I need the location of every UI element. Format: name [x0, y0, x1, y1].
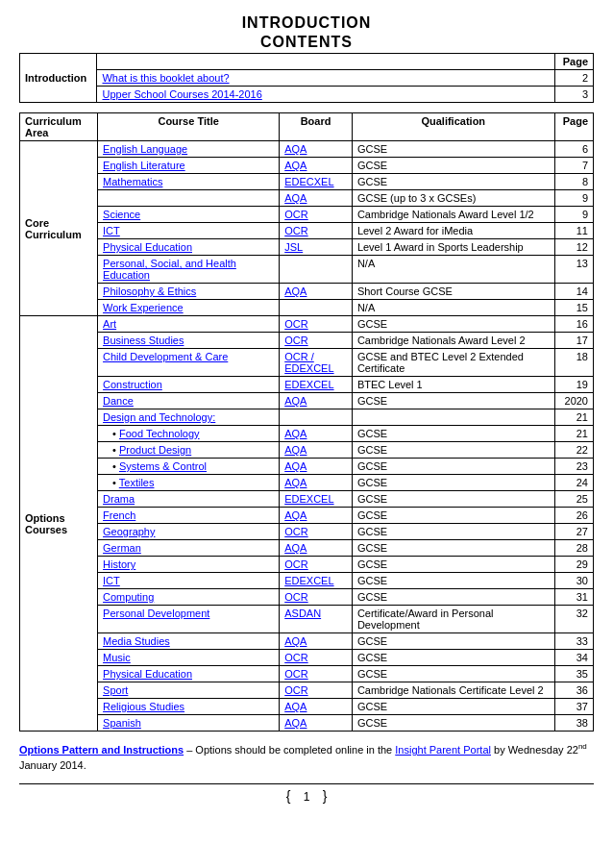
core-qual-1: GCSE: [352, 158, 554, 174]
options-qual-6: GCSE: [352, 426, 554, 442]
core-qual-9: N/A: [352, 300, 554, 316]
options-title-14[interactable]: History: [98, 557, 280, 573]
header-page: Page: [554, 113, 593, 141]
options-row-22: Religious Studies AQA GCSE 37: [20, 699, 594, 715]
options-board-8[interactable]: AQA: [280, 459, 353, 475]
core-board-8[interactable]: AQA: [280, 284, 353, 300]
options-page-22: 37: [554, 699, 593, 715]
options-row-0: Options Courses Art OCR GCSE 16: [20, 316, 594, 333]
core-board-4[interactable]: OCR: [280, 207, 353, 223]
footer-note: Options Pattern and Instructions – Optio…: [19, 741, 594, 774]
options-row-7: • Product Design AQA GCSE 22: [20, 442, 594, 459]
options-pattern-link[interactable]: Options Pattern and Instructions: [19, 744, 184, 756]
options-title-11[interactable]: French: [98, 508, 280, 524]
intro-link1[interactable]: What is this booklet about?: [102, 72, 229, 84]
options-title-21[interactable]: Sport: [98, 682, 280, 699]
options-board-23[interactable]: AQA: [280, 715, 353, 732]
core-title-6[interactable]: Physical Education: [98, 239, 280, 256]
options-title-0[interactable]: Art: [98, 316, 280, 333]
intro-link2[interactable]: Upper School Courses 2014-2016: [102, 88, 261, 100]
options-title-12[interactable]: Geography: [98, 524, 280, 540]
options-board-16[interactable]: OCR: [280, 589, 353, 606]
options-board-18[interactable]: AQA: [280, 633, 353, 650]
options-board-15[interactable]: EDEXCEL: [280, 573, 353, 589]
options-title-5[interactable]: Design and Technology:: [98, 409, 280, 426]
core-qual-0: GCSE: [352, 141, 554, 158]
options-title-18[interactable]: Media Studies: [98, 633, 280, 650]
core-board-1[interactable]: AQA: [280, 158, 353, 174]
options-title-17[interactable]: Personal Development: [98, 606, 280, 633]
options-title-7[interactable]: • Product Design: [98, 442, 280, 459]
options-title-23[interactable]: Spanish: [98, 715, 280, 732]
options-qual-22: GCSE: [352, 699, 554, 715]
core-page-0: 6: [554, 141, 593, 158]
brace-right: }: [323, 788, 328, 804]
options-board-11[interactable]: AQA: [280, 508, 353, 524]
core-qual-6: Level 1 Award in Sports Leadership: [352, 239, 554, 256]
options-board-21[interactable]: OCR: [280, 682, 353, 699]
header-qualification: Qualification: [352, 113, 554, 141]
options-board-13[interactable]: AQA: [280, 540, 353, 557]
options-row-9: • Textiles AQA GCSE 24: [20, 475, 594, 491]
core-board-5[interactable]: OCR: [280, 223, 353, 239]
options-board-14[interactable]: OCR: [280, 557, 353, 573]
intro-row2-text[interactable]: Upper School Courses 2014-2016: [97, 87, 555, 103]
core-qual-4: Cambridge Nationals Award Level 1/2: [352, 207, 554, 223]
options-title-2[interactable]: Child Development & Care: [98, 349, 280, 377]
options-title-13[interactable]: German: [98, 540, 280, 557]
options-board-9[interactable]: AQA: [280, 475, 353, 491]
options-title-20[interactable]: Physical Education: [98, 666, 280, 682]
options-qual-16: GCSE: [352, 589, 554, 606]
core-page-3: 9: [554, 190, 593, 207]
core-qual-2: GCSE: [352, 174, 554, 190]
options-board-10[interactable]: EDEXCEL: [280, 491, 353, 508]
options-title-22[interactable]: Religious Studies: [98, 699, 280, 715]
options-title-19[interactable]: Music: [98, 650, 280, 666]
options-board-4[interactable]: AQA: [280, 393, 353, 409]
header-board: Board: [280, 113, 353, 141]
options-board-7[interactable]: AQA: [280, 442, 353, 459]
options-board-6[interactable]: AQA: [280, 426, 353, 442]
core-board-0[interactable]: AQA: [280, 141, 353, 158]
options-page-7: 22: [554, 442, 593, 459]
options-title-10[interactable]: Drama: [98, 491, 280, 508]
options-board-17[interactable]: ASDAN: [280, 606, 353, 633]
options-title-16[interactable]: Computing: [98, 589, 280, 606]
options-title-6[interactable]: • Food Technology: [98, 426, 280, 442]
intro-row1-text[interactable]: What is this booklet about?: [97, 70, 555, 87]
options-title-4[interactable]: Dance: [98, 393, 280, 409]
core-title-8[interactable]: Philosophy & Ethics: [98, 284, 280, 300]
options-board-1[interactable]: OCR: [280, 333, 353, 349]
core-title-7[interactable]: Personal, Social, and Health Education: [98, 256, 280, 284]
core-board-2[interactable]: EDECXEL: [280, 174, 353, 190]
core-row-9: Work Experience N/A 15: [20, 300, 594, 316]
options-qual-21: Cambridge Nationals Certificate Level 2: [352, 682, 554, 699]
options-title-15[interactable]: ICT: [98, 573, 280, 589]
options-title-1[interactable]: Business Studies: [98, 333, 280, 349]
options-title-9[interactable]: • Textiles: [98, 475, 280, 491]
page-title-line2: CONTENTS: [19, 34, 594, 51]
options-qual-1: Cambridge Nationals Award Level 2: [352, 333, 554, 349]
options-qual-13: GCSE: [352, 540, 554, 557]
core-title-5[interactable]: ICT: [98, 223, 280, 239]
options-row-1: Business Studies OCR Cambridge Nationals…: [20, 333, 594, 349]
core-board-3[interactable]: AQA: [280, 190, 353, 207]
core-title-4[interactable]: Science: [98, 207, 280, 223]
options-board-2[interactable]: OCR / EDEXCEL: [280, 349, 353, 377]
options-board-0[interactable]: OCR: [280, 316, 353, 333]
options-qual-12: GCSE: [352, 524, 554, 540]
options-board-19[interactable]: OCR: [280, 650, 353, 666]
options-board-12[interactable]: OCR: [280, 524, 353, 540]
options-title-8[interactable]: • Systems & Control: [98, 459, 280, 475]
core-title-9[interactable]: Work Experience: [98, 300, 280, 316]
core-title-0[interactable]: English Language: [98, 141, 280, 158]
core-title-2[interactable]: Mathematics: [98, 174, 280, 190]
options-board-22[interactable]: AQA: [280, 699, 353, 715]
insight-portal-link[interactable]: Insight Parent Portal: [395, 744, 491, 756]
options-qual-2: GCSE and BTEC Level 2 Extended Certifica…: [352, 349, 554, 377]
core-board-6[interactable]: JSL: [280, 239, 353, 256]
core-title-1[interactable]: English Literature: [98, 158, 280, 174]
options-board-20[interactable]: OCR: [280, 666, 353, 682]
options-board-3[interactable]: EDEXCEL: [280, 377, 353, 393]
options-title-3[interactable]: Construction: [98, 377, 280, 393]
